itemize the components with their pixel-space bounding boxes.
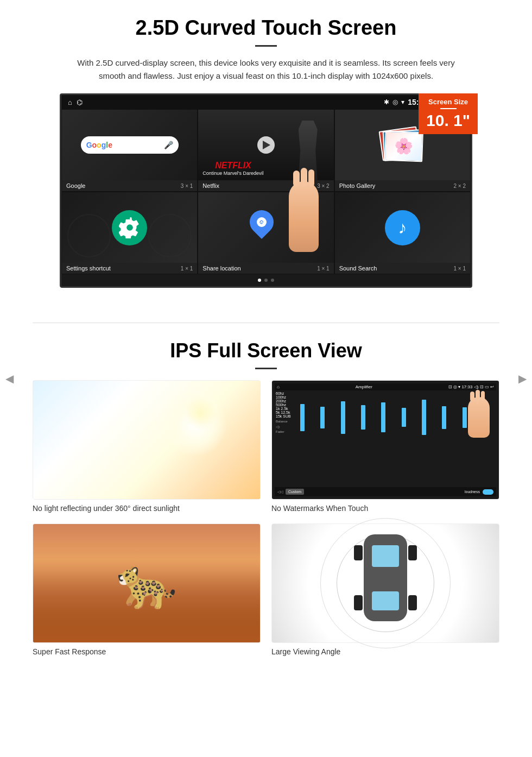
volume-control: ◁) bbox=[276, 425, 291, 428]
amp-freq-labels: 60hz 100hz 200hz 500hz 1k 2.5k 5k 12.5k … bbox=[276, 392, 291, 418]
dot-2 bbox=[264, 279, 268, 282]
badge-label: Screen Size bbox=[426, 98, 470, 106]
amp-labels: 60hz 100hz 200hz 500hz 1k 2.5k 5k 12.5k … bbox=[276, 392, 291, 433]
status-bar-left: ⌂ ⌬ bbox=[68, 98, 83, 106]
feature-viewing-angle: ◀ ▶ Large Viewing Angle bbox=[271, 523, 499, 656]
balance-label: Balance bbox=[276, 420, 291, 423]
settings-name: Settings shortcut bbox=[66, 265, 111, 272]
eq-bars-container bbox=[292, 392, 495, 446]
gps-icon: ◎ bbox=[392, 98, 398, 106]
sun-glow bbox=[184, 397, 217, 430]
gear-icon bbox=[119, 217, 141, 238]
amp-title: Amplifier bbox=[356, 384, 372, 389]
app-cell-google[interactable]: Google 🎤 Google 3 × 1 bbox=[61, 109, 198, 192]
car-wheel-rr bbox=[408, 595, 417, 610]
app-cell-settings[interactable]: Settings shortcut 1 × 1 bbox=[61, 192, 198, 274]
android-head-unit: ⌂ ⌬ ✱ ◎ ▾ 15:06 ⊡ ◁) ⊠ ▭ bbox=[60, 93, 472, 288]
share-name: Share location bbox=[202, 265, 240, 272]
netflix-overlay: NETFLIX Continue Marvel's Daredevil bbox=[202, 161, 263, 176]
feature-sunlight: No light reflecting under 360° direct su… bbox=[33, 380, 261, 513]
section1-description: With 2.5D curved-display screen, this de… bbox=[76, 56, 456, 83]
amp-back: ◁◁ bbox=[277, 490, 283, 494]
app-cell-share[interactable]: G bbox=[198, 192, 334, 274]
bluetooth-icon: ✱ bbox=[384, 98, 389, 106]
feature-angle-caption: Large Viewing Angle bbox=[271, 647, 499, 656]
amp-icons: ⊡ ◎ ▾ 17:33 ◁) ⊡ ▭ ↩ bbox=[448, 384, 494, 389]
google-name: Google bbox=[66, 182, 85, 189]
title-divider bbox=[255, 45, 277, 47]
bg-circle-1 bbox=[67, 214, 111, 257]
custom-button[interactable]: Custom bbox=[286, 489, 304, 495]
loudness-label: loudness bbox=[465, 490, 480, 494]
fader-label: Fader bbox=[276, 430, 291, 433]
eq-bar-7 bbox=[422, 400, 426, 435]
features-grid: No light reflecting under 360° direct su… bbox=[33, 380, 499, 656]
wifi-icon: ▾ bbox=[401, 98, 404, 106]
sound-label: Sound Search 1 × 1 bbox=[335, 263, 470, 274]
badge-divider bbox=[440, 108, 457, 109]
section-ips-screen: IPS Full Screen View No light reflecting… bbox=[0, 323, 532, 667]
feature-watermarks: ⌂ Amplifier ⊡ ◎ ▾ 17:33 ◁) ⊡ ▭ ↩ 60hz 10… bbox=[271, 380, 499, 513]
gallery-size: 2 × 2 bbox=[453, 183, 466, 189]
bg-circle-2 bbox=[148, 214, 192, 257]
play-button[interactable] bbox=[257, 136, 275, 154]
netflix-name: Netflix bbox=[202, 182, 219, 189]
pagination-dots bbox=[61, 274, 471, 286]
amp-finger-2 bbox=[476, 390, 480, 402]
maps-pin-inner: G bbox=[257, 217, 267, 227]
sunlight-visual bbox=[33, 381, 260, 499]
car-window-rear bbox=[372, 591, 399, 610]
eq-bar-3 bbox=[341, 401, 345, 434]
google-label: Google 3 × 1 bbox=[62, 180, 197, 191]
eq-bar-5 bbox=[381, 402, 385, 432]
cheetah-image: 🐆 bbox=[33, 523, 261, 643]
hand-palm-amp bbox=[468, 397, 490, 438]
section1-title: 2.5D Curved Touch Screen bbox=[33, 16, 499, 40]
sound-name: Sound Search bbox=[339, 265, 377, 272]
touch-hand bbox=[269, 181, 339, 288]
section-curved-screen: 2.5D Curved Touch Screen With 2.5D curve… bbox=[0, 0, 532, 301]
google-logo: Google bbox=[86, 141, 112, 149]
feature-sunlight-caption: No light reflecting under 360° direct su… bbox=[33, 504, 261, 513]
music-note-icon: ♪ bbox=[398, 218, 407, 238]
settings-label: Settings shortcut 1 × 1 bbox=[62, 263, 197, 274]
amp-finger-3 bbox=[481, 391, 485, 401]
finger-1 bbox=[293, 171, 300, 187]
share-thumbnail: G bbox=[198, 192, 333, 263]
car-body bbox=[364, 534, 407, 621]
section2-title: IPS Full Screen View bbox=[33, 339, 499, 362]
screen-size-badge: Screen Size 10. 1" bbox=[419, 93, 478, 134]
app-grid: Google 🎤 Google 3 × 1 bbox=[61, 109, 471, 274]
sky-bg bbox=[33, 381, 260, 499]
finger-2 bbox=[301, 168, 307, 187]
home-icon[interactable]: ⌂ bbox=[68, 98, 72, 106]
photo-stack: 🌸 bbox=[381, 126, 424, 164]
sound-size: 1 × 1 bbox=[453, 266, 466, 272]
section2-divider bbox=[255, 368, 277, 369]
feature-speed: 🐆 Super Fast Response bbox=[33, 523, 261, 656]
sound-thumbnail: ♪ bbox=[335, 192, 470, 263]
netflix-logo: NETFLIX bbox=[202, 161, 263, 171]
eq-bar-1 bbox=[300, 404, 305, 431]
amp-finger-1 bbox=[470, 392, 474, 401]
sunlight-image bbox=[33, 380, 261, 500]
photo-card-3: 🌸 bbox=[384, 131, 423, 162]
app-cell-sound[interactable]: ♪ Sound Search 1 × 1 bbox=[334, 192, 471, 274]
hand-touching bbox=[463, 397, 495, 446]
netflix-subtitle: Continue Marvel's Daredevil bbox=[202, 171, 263, 176]
eq-bar-2 bbox=[320, 407, 325, 428]
finger-3 bbox=[308, 169, 314, 187]
car-visual: ◀ ▶ bbox=[272, 524, 499, 642]
gear-icon-wrap bbox=[112, 210, 147, 245]
google-size: 3 × 1 bbox=[181, 183, 193, 189]
feature-watermarks-caption: No Watermarks When Touch bbox=[271, 504, 499, 513]
car-wheel-fl bbox=[354, 545, 363, 560]
play-icon bbox=[263, 141, 270, 149]
mic-icon: 🎤 bbox=[164, 141, 173, 149]
amp-home: ⌂ bbox=[277, 384, 280, 389]
google-search-bar[interactable]: Google 🎤 bbox=[81, 136, 179, 154]
gallery-name: Photo Gallery bbox=[339, 182, 376, 189]
eq-bar-8 bbox=[442, 406, 446, 429]
amplifier-image: ⌂ Amplifier ⊡ ◎ ▾ 17:33 ◁) ⊡ ▭ ↩ 60hz 10… bbox=[271, 380, 499, 500]
loudness-toggle[interactable] bbox=[483, 489, 493, 495]
